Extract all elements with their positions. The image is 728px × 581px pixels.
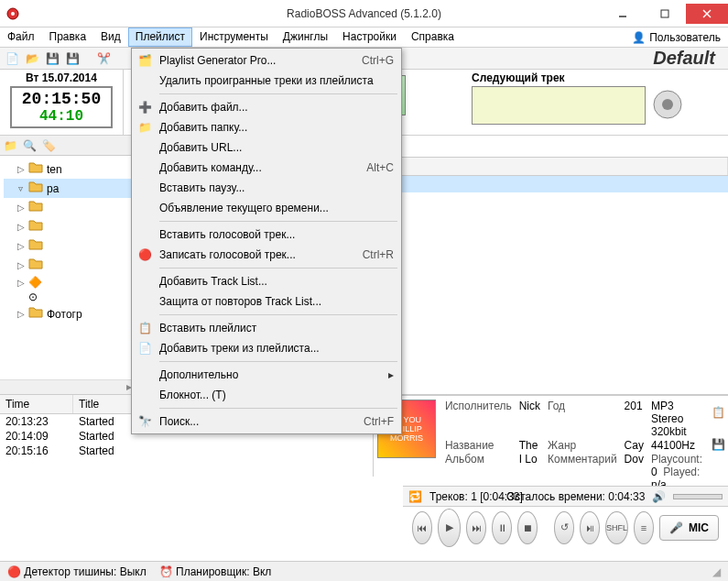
track-info: I ♥ YOUPHILLIP MORRIS ИсполнительNick Го…: [374, 395, 728, 461]
expand-icon[interactable]: ▷: [16, 260, 25, 270]
scheduler-indicator: ⏰ Планировщик: Вкл: [159, 565, 272, 578]
tree-item[interactable]: ▿ра: [4, 179, 133, 198]
menu-item-label: Поиск...: [159, 415, 199, 428]
expand-icon[interactable]: ▷: [16, 164, 25, 174]
title-bar: RadioBOSS Advanced (5.1.2.0): [0, 0, 728, 27]
open-icon[interactable]: 📂: [24, 50, 40, 67]
menu-item[interactable]: 🔴Записать голосовой трек...Ctrl+R: [134, 245, 399, 265]
minimize-button[interactable]: [602, 4, 644, 24]
clock-duration: 44:10: [12, 108, 111, 125]
add-file-icon: ➕: [137, 100, 152, 115]
menu-item[interactable]: Объявление текущего времени...: [134, 198, 399, 218]
menu-item-label: Удалить проигранные треки из плейлиста: [159, 74, 374, 87]
menu-item[interactable]: ➕Добавить файл...: [134, 97, 399, 117]
menu-item[interactable]: 📋Вставить плейлист: [134, 318, 399, 338]
menu-item[interactable]: Вставить паузу...: [134, 178, 399, 198]
expand-icon[interactable]: ▷: [16, 241, 25, 251]
pause-button[interactable]: ⏸: [492, 511, 512, 544]
menu-item-shortcut: Ctrl+G: [362, 54, 394, 67]
expand-icon[interactable]: ▿: [16, 183, 25, 193]
expand-icon[interactable]: ▷: [16, 278, 25, 288]
menu-item[interactable]: Добавить Track List...: [134, 271, 399, 291]
add-folder-icon: 📁: [137, 120, 152, 135]
shuffle-button[interactable]: SHFL: [605, 511, 628, 544]
menu-bar: Файл Правка Вид Плейлист Инструменты Джи…: [0, 27, 728, 48]
insert-pl-icon: 📋: [137, 321, 152, 335]
play-button[interactable]: ▶: [438, 509, 461, 547]
menu-item-label: Добавить команду...: [159, 161, 262, 174]
tree-item[interactable]: ▷Фотогр: [4, 304, 133, 323]
next-track-label: Следующий трек: [472, 71, 565, 84]
profile-label: Default: [653, 48, 724, 69]
volume-slider[interactable]: [673, 494, 723, 499]
playback-status: 🔁 Треков: 1 [0:04:33]Осталось времени: 0…: [403, 486, 728, 506]
repeat-icon[interactable]: 🔁: [408, 490, 422, 503]
menu-item[interactable]: Добавить URL...: [134, 137, 399, 158]
record-button[interactable]: ⏯: [580, 511, 600, 544]
menu-item[interactable]: 🗂️Playlist Generator Pro...Ctrl+G: [134, 50, 399, 71]
close-button[interactable]: [686, 4, 728, 24]
menu-tools[interactable]: Инструменты: [192, 27, 276, 47]
menu-item[interactable]: Добавить команду...Alt+C: [134, 158, 399, 178]
menu-item[interactable]: Дополнительно▸: [134, 365, 399, 385]
menu-edit[interactable]: Правка: [42, 27, 94, 47]
expand-icon[interactable]: ▷: [16, 203, 25, 213]
save-icon[interactable]: 💾: [44, 50, 60, 67]
stop-button[interactable]: ⏹: [517, 511, 538, 544]
search-icon: 🔭: [137, 414, 152, 429]
menu-item-label: Объявление текущего времени...: [159, 202, 329, 214]
prev-button[interactable]: ⏮: [412, 511, 432, 544]
menu-view[interactable]: Вид: [93, 27, 128, 47]
tree-item[interactable]: ▷: [4, 256, 133, 275]
clock-box: 20:15:50 44:10: [10, 86, 113, 128]
menu-file[interactable]: Файл: [0, 27, 42, 47]
tree-item[interactable]: ⊙: [4, 290, 133, 304]
tab-search-icon[interactable]: 🔍: [23, 139, 37, 152]
silence-indicator: 🔴 Детектор тишины: Выкл: [7, 565, 147, 578]
folder-tree[interactable]: ▷ten▿ра▷▷▷▷▷🔶⊙▷Фотогр: [0, 156, 136, 379]
status-bar: 🔴 Детектор тишины: Выкл ⏰ Планировщик: В…: [0, 561, 728, 581]
ev-col-time[interactable]: Time: [0, 395, 73, 413]
menu-item[interactable]: 📄Добавить треки из плейлиста...: [134, 338, 399, 358]
svg-rect-3: [661, 10, 668, 17]
info-copy-icon[interactable]: 📋: [712, 406, 725, 419]
volume-icon[interactable]: 🔊: [652, 490, 666, 503]
menu-item[interactable]: Блокнот... (T): [134, 385, 399, 405]
menu-jingles[interactable]: Джинглы: [276, 27, 335, 47]
tree-item[interactable]: ▷ten: [4, 159, 133, 179]
clock-time: 20:15:50: [12, 90, 111, 108]
rewind-button[interactable]: ↺: [554, 511, 574, 544]
menu-item-label: Вставить голосовой трек...: [159, 228, 295, 241]
resize-grip-icon[interactable]: ◢: [712, 565, 721, 578]
tab-folders-icon[interactable]: 📁: [4, 139, 17, 152]
expand-icon[interactable]: ▷: [16, 309, 25, 319]
tree-item[interactable]: ▷: [4, 217, 133, 236]
cut-icon[interactable]: ✂️: [95, 50, 112, 67]
menu-item[interactable]: Защита от повторов Track List...: [134, 291, 399, 312]
menu-item[interactable]: 🔭Поиск...Ctrl+F: [134, 411, 399, 432]
svg-point-7: [662, 99, 673, 110]
menu-playlist[interactable]: Плейлист: [128, 27, 192, 47]
mic-button[interactable]: 🎤 MIC: [659, 515, 719, 541]
speaker-icon[interactable]: [649, 84, 686, 125]
submenu-arrow-icon: ▸: [388, 368, 394, 381]
maximize-button[interactable]: [644, 4, 686, 24]
menu-help[interactable]: Справка: [404, 27, 462, 47]
new-icon[interactable]: 📄: [4, 50, 20, 67]
tree-item[interactable]: ▷: [4, 236, 133, 256]
expand-icon[interactable]: ▷: [16, 222, 25, 232]
menu-item[interactable]: 📁Добавить папку...: [134, 117, 399, 137]
tree-item[interactable]: ▷🔶: [4, 275, 133, 290]
tab-tag-icon[interactable]: 🏷️: [42, 139, 56, 152]
menu-settings[interactable]: Настройки: [335, 27, 404, 47]
menu-item-label: Записать голосовой трек...: [159, 248, 296, 261]
menu-user[interactable]: 👤 Пользователь: [625, 27, 728, 47]
tree-item[interactable]: ▷: [4, 198, 133, 217]
info-save-icon[interactable]: 💾: [712, 438, 725, 451]
next-button[interactable]: ⏭: [466, 511, 486, 544]
event-row[interactable]: 20:15:16Started: [0, 444, 373, 458]
list-button[interactable]: ≡: [634, 511, 654, 544]
save-all-icon[interactable]: 💾: [64, 50, 81, 67]
menu-item[interactable]: Вставить голосовой трек...: [134, 225, 399, 245]
menu-item[interactable]: Удалить проигранные треки из плейлиста: [134, 71, 399, 91]
